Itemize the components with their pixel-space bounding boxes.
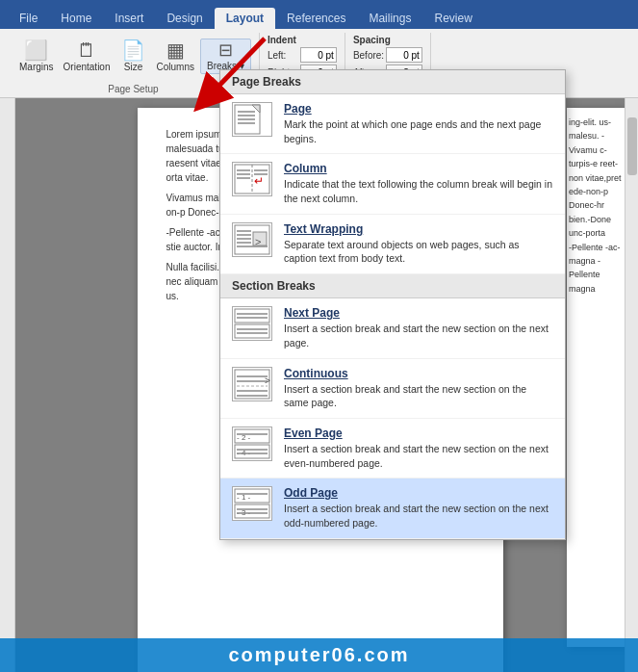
- orientation-icon: 🗒: [77, 40, 96, 60]
- tab-file[interactable]: File: [8, 8, 49, 29]
- vertical-ruler: [0, 98, 15, 672]
- right-text-1: ing-elit. us-malesu. -Vivamu c-turpis-e …: [569, 116, 623, 241]
- vertical-scrollbar[interactable]: [625, 98, 638, 672]
- break-continuous-icon: >: [232, 367, 272, 401]
- break-oddpage-icon: - 1 - - 3 -: [232, 486, 272, 521]
- break-page-icon: [232, 102, 272, 137]
- breaks-icon: ⊟: [218, 41, 233, 59]
- indent-left-row: Left:: [268, 47, 337, 63]
- svg-rect-25: [235, 324, 269, 338]
- break-continuous-title: Continuous: [284, 367, 553, 380]
- ribbon-tab-bar: File Home Insert Design Layout Reference…: [0, 0, 638, 29]
- size-label: Size: [124, 62, 142, 72]
- break-oddpage-desc: Insert a section break and start the new…: [284, 502, 553, 530]
- orientation-label: Orientation: [64, 62, 111, 72]
- break-column-item[interactable]: ↵ Column Indicate that the text followin…: [220, 154, 565, 214]
- break-page-desc: Mark the point at which one page ends an…: [284, 117, 553, 145]
- spacing-before-label: Before:: [353, 50, 382, 61]
- break-column-text: Column Indicate that the text following …: [284, 162, 553, 205]
- break-continuous-desc: Insert a section break and start the new…: [284, 382, 553, 410]
- margins-label: Margins: [19, 62, 54, 72]
- break-nextpage-item[interactable]: Next Page Insert a section break and sta…: [220, 298, 565, 358]
- svg-text:>: >: [255, 236, 261, 247]
- size-icon: 📄: [121, 40, 145, 60]
- watermark-text: computer06.com: [228, 644, 409, 665]
- spacing-group-title: Spacing: [353, 35, 422, 45]
- tab-review[interactable]: Review: [422, 8, 483, 29]
- break-textwrapping-icon: >: [232, 222, 272, 257]
- tab-layout[interactable]: Layout: [215, 8, 275, 29]
- tab-home[interactable]: Home: [49, 8, 103, 29]
- margins-icon: ⬜: [24, 40, 48, 60]
- break-textwrapping-item[interactable]: > Text Wrapping Separate text around obj…: [220, 215, 565, 274]
- break-continuous-item[interactable]: > Continuous Insert a section break and …: [220, 359, 565, 419]
- orientation-button[interactable]: 🗒 Orientation: [60, 39, 115, 74]
- spacing-before-row: Before:: [353, 47, 422, 63]
- break-evenpage-item[interactable]: - 2 - - 4 - Even Page Insert a section b…: [220, 419, 565, 478]
- break-nextpage-icon: [232, 306, 272, 341]
- page-setup-buttons: ⬜ Margins 🗒 Orientation 📄 Size ▦ Columns…: [15, 35, 251, 74]
- svg-text:>: >: [265, 375, 270, 386]
- break-textwrapping-text: Text Wrapping Separate text around objec…: [284, 222, 553, 266]
- indent-left-label: Left:: [268, 50, 296, 61]
- break-nextpage-title: Next Page: [284, 306, 553, 320]
- indent-group-title: Indent: [268, 35, 337, 45]
- section-breaks-section-title: Section Breaks: [220, 274, 565, 298]
- spacing-before-input[interactable]: [386, 47, 422, 63]
- break-oddpage-text: Odd Page Insert a section break and star…: [284, 486, 553, 530]
- break-evenpage-desc: Insert a section break and start the new…: [284, 442, 553, 470]
- watermark-bar: computer06.com: [0, 638, 638, 672]
- tab-insert[interactable]: Insert: [103, 8, 155, 29]
- break-oddpage-item[interactable]: - 1 - - 3 - Odd Page Insert a section br…: [220, 478, 565, 538]
- columns-label: Columns: [157, 62, 194, 72]
- scrollbar-thumb[interactable]: [627, 117, 637, 175]
- break-textwrapping-title: Text Wrapping: [284, 222, 553, 236]
- break-page-text: Page Mark the point at which one page en…: [284, 102, 553, 145]
- right-text-2: -Pellente -ac-magna -Pellente magna: [569, 241, 623, 297]
- break-page-item[interactable]: Page Mark the point at which one page en…: [220, 94, 565, 154]
- tab-references[interactable]: References: [275, 8, 357, 29]
- break-column-icon: ↵: [232, 162, 272, 196]
- columns-icon: ▦: [166, 40, 185, 60]
- break-evenpage-text: Even Page Insert a section break and sta…: [284, 426, 553, 470]
- doc-page-right-partial: ing-elit. us-malesu. -Vivamu c-turpis-e …: [567, 108, 625, 647]
- columns-button[interactable]: ▦ Columns: [153, 39, 198, 74]
- break-oddpage-title: Odd Page: [284, 486, 553, 500]
- size-button[interactable]: 📄 Size: [116, 39, 151, 74]
- break-nextpage-text: Next Page Insert a section break and sta…: [284, 306, 553, 349]
- break-page-title: Page: [284, 102, 553, 116]
- break-nextpage-desc: Insert a section break and start the new…: [284, 322, 553, 349]
- indent-left-input[interactable]: [300, 47, 337, 63]
- svg-text:↵: ↵: [254, 174, 264, 188]
- breaks-dropdown: Page Breaks Page Mark the point at which…: [219, 69, 566, 540]
- margins-button[interactable]: ⬜ Margins: [15, 39, 58, 74]
- break-continuous-text: Continuous Insert a section break and st…: [284, 367, 553, 410]
- page-breaks-section-title: Page Breaks: [220, 70, 565, 94]
- tab-design[interactable]: Design: [155, 8, 214, 29]
- break-column-title: Column: [284, 162, 553, 175]
- tab-mailings[interactable]: Mailings: [357, 8, 422, 29]
- svg-rect-24: [235, 309, 269, 323]
- break-textwrapping-desc: Separate text around objects on web page…: [284, 238, 553, 266]
- break-evenpage-title: Even Page: [284, 426, 553, 440]
- break-evenpage-icon: - 2 - - 4 -: [232, 426, 272, 461]
- break-column-desc: Indicate that the text following the col…: [284, 177, 553, 205]
